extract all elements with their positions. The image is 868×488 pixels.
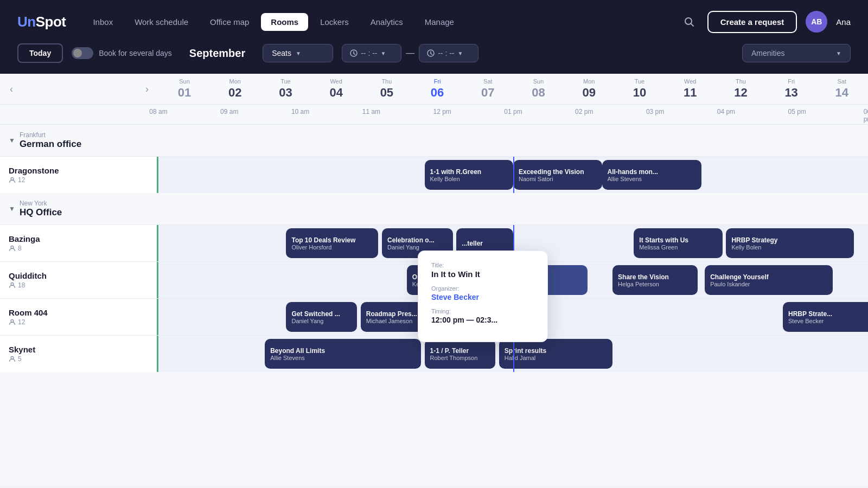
tooltip-organizer-label: Organizer: bbox=[431, 285, 534, 292]
amenities-dropdown[interactable]: Amenities ▼ bbox=[742, 44, 851, 62]
date-item-07[interactable]: Sat 07 bbox=[466, 78, 509, 100]
navbar: UnSpot InboxWork scheduleOffice mapRooms… bbox=[0, 0, 868, 43]
time-label-05-pm: 05 pm bbox=[788, 108, 806, 115]
tooltip-title-label: Title: bbox=[431, 262, 534, 268]
date-item-09[interactable]: Mon 09 bbox=[567, 78, 611, 100]
time-label-12-pm: 12 pm bbox=[433, 108, 451, 115]
date-day-name: Sat bbox=[838, 78, 847, 85]
event-person: Melissa Green bbox=[639, 244, 717, 251]
event-block[interactable]: Challenge Yourself Paulo Iskander bbox=[705, 265, 832, 295]
room-info-skynet: Skynet 5 bbox=[0, 336, 158, 372]
time-label-11-am: 11 am bbox=[362, 108, 380, 115]
date-day-name: Mon bbox=[229, 78, 241, 85]
room-capacity-dragonstone: 12 bbox=[9, 176, 148, 184]
event-title: 1-1 / P. Teller bbox=[430, 347, 490, 355]
date-item-13[interactable]: Fri 13 bbox=[770, 78, 813, 100]
event-title: All-hands mon... bbox=[608, 168, 696, 176]
nav-link-inbox[interactable]: Inbox bbox=[83, 13, 123, 31]
event-block[interactable]: Get Switched ... Daniel Yang bbox=[286, 302, 357, 332]
event-person: Helga Peterson bbox=[618, 281, 692, 287]
date-strip: ‹ › Sun 01 Mon 02 Tue 03 Wed 04 Thu 05 F… bbox=[0, 74, 868, 105]
date-item-05[interactable]: Thu 05 bbox=[365, 78, 409, 100]
event-block[interactable]: Sprint results Halid Jamal bbox=[499, 339, 612, 369]
event-block[interactable]: Beyond All Limits Allie Stevens bbox=[265, 339, 421, 369]
date-num: 04 bbox=[329, 86, 342, 100]
office-collapse-btn-newyork[interactable]: ▼ bbox=[9, 205, 15, 213]
next-week-button[interactable]: › bbox=[140, 81, 154, 97]
date-item-14[interactable]: Sat 14 bbox=[820, 78, 864, 100]
date-num: 08 bbox=[532, 86, 545, 100]
tooltip-timing-value: 12:00 pm — 02:3... bbox=[431, 316, 534, 324]
event-block[interactable]: Exceeding the Vision Naomi Satori bbox=[513, 160, 602, 190]
event-title: ...teller bbox=[462, 240, 508, 247]
office-location-newyork: New York bbox=[20, 200, 62, 207]
date-num: 14 bbox=[835, 86, 848, 100]
toggle-switch[interactable] bbox=[72, 47, 93, 59]
office-name-frankfurt: German office bbox=[20, 139, 81, 150]
search-button[interactable] bbox=[679, 12, 699, 31]
svg-line-7 bbox=[431, 54, 432, 55]
avatar: AB bbox=[806, 11, 827, 33]
time-start-chevron-icon: ▼ bbox=[381, 50, 386, 56]
event-block[interactable]: HRBP Strategy Kelly Bolen bbox=[726, 228, 853, 258]
date-item-11[interactable]: Wed 11 bbox=[668, 78, 712, 100]
seats-chevron-icon: ▼ bbox=[296, 50, 301, 56]
event-title: Celebration o... bbox=[387, 236, 448, 244]
date-item-03[interactable]: Tue 03 bbox=[264, 78, 307, 100]
date-day-name: Fri bbox=[788, 78, 795, 85]
office-collapse-btn-frankfurt[interactable]: ▼ bbox=[9, 137, 15, 144]
book-several-toggle: Book for several days bbox=[72, 47, 172, 59]
svg-line-4 bbox=[354, 54, 355, 55]
date-item-08[interactable]: Sun 08 bbox=[517, 78, 560, 100]
prev-week-button[interactable]: ‹ bbox=[4, 81, 18, 97]
nav-link-manage[interactable]: Manage bbox=[415, 13, 464, 31]
nav-link-office-map[interactable]: Office map bbox=[200, 13, 259, 31]
nav-link-work-schedule[interactable]: Work schedule bbox=[125, 13, 198, 31]
event-block[interactable]: Top 10 Deals Review Oliver Horsford bbox=[286, 228, 378, 258]
date-day-name: Wed bbox=[684, 78, 696, 85]
event-title: It Starts with Us bbox=[639, 236, 717, 244]
event-block[interactable]: Share the Vision Helga Peterson bbox=[612, 265, 698, 295]
time-end-chevron-icon: ▼ bbox=[458, 50, 463, 56]
date-item-12[interactable]: Thu 12 bbox=[719, 78, 762, 100]
event-block[interactable]: 1-1 / P. Teller Robert Thompson bbox=[425, 339, 496, 369]
event-title: Sprint results bbox=[505, 347, 607, 355]
date-num: 09 bbox=[583, 86, 596, 100]
create-request-button[interactable]: Create a request bbox=[707, 11, 797, 33]
nav-link-lockers[interactable]: Lockers bbox=[310, 13, 359, 31]
date-num: 07 bbox=[481, 86, 494, 100]
event-title: Share the Vision bbox=[618, 273, 692, 281]
event-person: Daniel Yang bbox=[291, 318, 352, 324]
time-end-input[interactable]: -- : -- ▼ bbox=[419, 44, 478, 62]
month-label: September bbox=[189, 47, 245, 60]
date-item-06[interactable]: Fri 06 bbox=[416, 78, 459, 100]
seats-dropdown[interactable]: Seats ▼ bbox=[263, 44, 333, 62]
nav-link-rooms[interactable]: Rooms bbox=[261, 13, 308, 31]
time-header: 08 am09 am10 am11 am12 pm01 pm02 pm03 pm… bbox=[0, 105, 868, 125]
event-block[interactable]: It Starts with Us Melissa Green bbox=[634, 228, 723, 258]
event-title: Beyond All Limits bbox=[270, 347, 416, 355]
event-title: HRBP Strategy bbox=[731, 236, 848, 244]
event-block[interactable]: HRBP Strate... Steve Becker bbox=[783, 302, 868, 332]
event-person: Oliver Horsford bbox=[291, 244, 373, 251]
logo[interactable]: UnSpot bbox=[17, 14, 66, 30]
event-person: Daniel Yang bbox=[387, 244, 448, 251]
time-start-input[interactable]: -- : -- ▼ bbox=[342, 44, 401, 62]
date-item-02[interactable]: Mon 02 bbox=[213, 78, 257, 100]
event-title: Challenge Yourself bbox=[710, 273, 827, 281]
date-item-01[interactable]: Sun 01 bbox=[163, 78, 206, 100]
event-block[interactable]: 1-1 with R.Green Kelly Bolen bbox=[425, 160, 514, 190]
event-tooltip: Title: In It to Win It Organizer: Steve … bbox=[418, 251, 548, 342]
time-label-09-am: 09 am bbox=[220, 108, 238, 115]
date-day-name: Sun bbox=[533, 78, 544, 85]
event-person: Kelly Bolen bbox=[731, 244, 848, 251]
date-day-name: Fri bbox=[434, 78, 441, 85]
nav-link-analytics[interactable]: Analytics bbox=[361, 13, 413, 31]
event-block[interactable]: All-hands mon... Allie Stevens bbox=[602, 160, 701, 190]
date-item-04[interactable]: Wed 04 bbox=[315, 78, 358, 100]
room-name-room404: Room 404 bbox=[9, 308, 148, 317]
date-item-10[interactable]: Tue 10 bbox=[618, 78, 661, 100]
room-name-quidditch: Quidditch bbox=[9, 271, 148, 280]
event-person: Robert Thompson bbox=[430, 355, 490, 361]
today-button[interactable]: Today bbox=[17, 43, 63, 63]
